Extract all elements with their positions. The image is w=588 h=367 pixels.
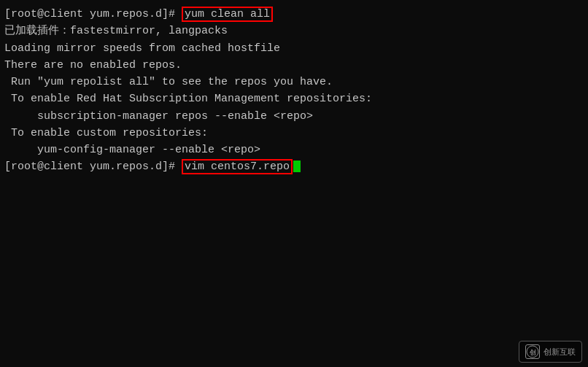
terminal-line-6: To enable Red Hat Subscription Managemen… (4, 90, 584, 107)
watermark-icon: 创 (525, 344, 540, 359)
terminal-line-7: subscription-manager repos --enable <rep… (4, 108, 584, 125)
terminal-line-1: [root@client yum.repos.d]# yum clean all (4, 6, 584, 23)
terminal-line-2: 已加载插件：fastestmirror, langpacks (4, 23, 584, 39)
terminal-line-3: Loading mirror speeds from cached hostfi… (4, 40, 584, 57)
terminal-line-8: To enable custom repositories: (4, 125, 584, 142)
watermark-text: 创新互联 (543, 347, 576, 358)
prompt-1: [root@client yum.repos.d]# (4, 8, 182, 20)
prompt-2: [root@client yum.repos.d]# (4, 161, 182, 173)
terminal-line-4: There are no enabled repos. (4, 57, 584, 74)
terminal-line-10: [root@client yum.repos.d]# vim centos7.r… (4, 158, 584, 175)
command-1: yum clean all (182, 7, 273, 22)
command-2: vim centos7.repo (182, 159, 293, 174)
cursor (293, 161, 301, 172)
terminal-line-9: yum-config-manager --enable <repo> (4, 142, 584, 158)
watermark: 创 创新互联 (519, 341, 582, 363)
terminal-window: [root@client yum.repos.d]# yum clean all… (0, 0, 588, 367)
svg-text:创: 创 (530, 349, 536, 356)
terminal-line-5: Run "yum repolist all" to see the repos … (4, 74, 584, 90)
brand-icon: 创 (526, 345, 539, 358)
